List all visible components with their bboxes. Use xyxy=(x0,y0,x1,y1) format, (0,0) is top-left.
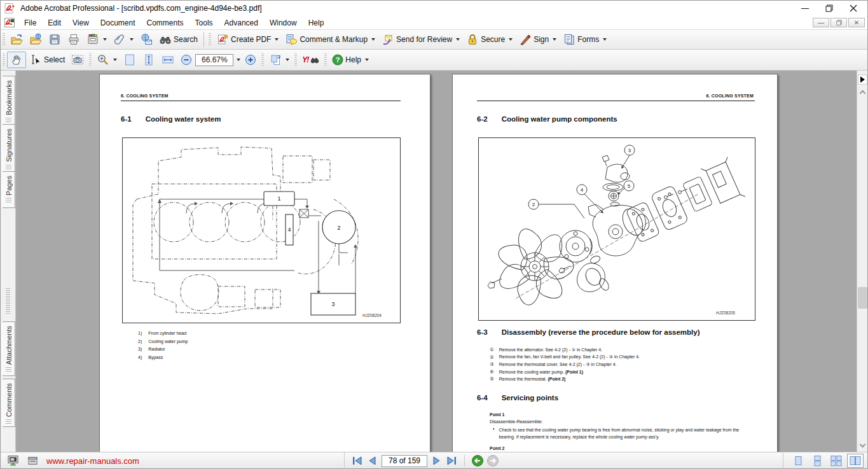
window-preview-icon[interactable] xyxy=(27,456,39,466)
menu-view[interactable]: View xyxy=(67,17,95,29)
document-canvas[interactable]: 6. COOLING SYSTEM 6-1 Cooling water syst… xyxy=(16,71,857,452)
first-page-button[interactable] xyxy=(351,455,364,466)
doc-minimize-button[interactable]: — xyxy=(813,18,829,27)
toolbar-grip[interactable] xyxy=(89,53,92,66)
menu-help[interactable]: Help xyxy=(303,17,330,29)
select-tool-button[interactable]: Select xyxy=(26,52,68,68)
hand-tool-button[interactable] xyxy=(7,52,26,68)
tab-comments-label: Comments xyxy=(5,383,13,417)
zoom-in-button[interactable] xyxy=(242,52,259,67)
open-web-button[interactable] xyxy=(26,31,45,48)
step-num: ⑤ xyxy=(490,376,494,382)
page-display-icon xyxy=(269,53,282,66)
last-page-button[interactable] xyxy=(445,455,458,466)
bullet-marker: • xyxy=(493,426,494,440)
menu-file[interactable]: File xyxy=(18,17,42,29)
zoom-out-button[interactable] xyxy=(177,52,195,67)
email-button[interactable] xyxy=(137,31,156,48)
tab-signatures-label: Signatures xyxy=(5,129,13,162)
secure-button[interactable]: Secure xyxy=(463,31,516,48)
legend-text: Radiator xyxy=(148,347,165,351)
zoom-tool-button[interactable] xyxy=(93,52,120,68)
tab-grip xyxy=(6,198,11,204)
panel-splitter-handle[interactable] xyxy=(6,288,10,315)
fit-height-button[interactable] xyxy=(139,52,158,68)
toolbar-grip[interactable] xyxy=(209,33,211,46)
attach-button[interactable] xyxy=(110,31,137,48)
send-for-review-button[interactable]: Send for Review xyxy=(378,31,463,48)
vertical-scrollbar[interactable] xyxy=(857,71,867,452)
repair-manuals-link[interactable]: www.repair-manuals.com xyxy=(46,456,139,466)
doc-restore-button[interactable] xyxy=(830,18,847,27)
scroll-up-icon[interactable] xyxy=(859,90,865,97)
forms-button[interactable]: Forms xyxy=(560,31,610,48)
window-close-button[interactable] xyxy=(848,3,858,13)
toolbar-grip[interactable] xyxy=(294,53,297,66)
help-icon: ? xyxy=(332,54,343,66)
zoom-level-input[interactable]: 66.67% xyxy=(195,54,233,66)
next-page-button[interactable] xyxy=(430,455,443,466)
layout-continuous-facing-button[interactable] xyxy=(828,454,844,468)
section-title: Servicing points xyxy=(502,394,558,402)
monitor-icon[interactable] xyxy=(7,455,20,466)
tab-grip xyxy=(6,118,11,123)
previous-page-button[interactable] xyxy=(366,455,379,466)
tab-signatures[interactable]: Signatures xyxy=(2,124,15,172)
plus-circle-icon xyxy=(245,54,256,66)
create-pdf-button[interactable]: Create PDF xyxy=(213,31,282,48)
previous-view-button[interactable] xyxy=(471,454,484,467)
print-button[interactable] xyxy=(64,31,83,48)
tab-pages[interactable]: Pages xyxy=(2,171,15,208)
restore-icon xyxy=(836,20,842,25)
yim-logo: Y! xyxy=(302,55,308,64)
minus-circle-icon xyxy=(181,54,192,66)
page-number-input[interactable] xyxy=(382,455,427,467)
menubar: File Edit View Document Comments Tools A… xyxy=(1,16,867,30)
sign-button[interactable]: Sign xyxy=(516,31,560,48)
section-number: 6-2 xyxy=(477,115,488,123)
show-panel-button[interactable] xyxy=(858,74,867,85)
organizer-button[interactable] xyxy=(83,31,110,48)
layout-facing-button[interactable] xyxy=(847,454,864,468)
fit-page-button[interactable] xyxy=(120,52,139,68)
menu-advanced[interactable]: Advanced xyxy=(219,17,264,29)
tab-bookmarks[interactable]: Bookmarks xyxy=(2,76,15,125)
legend-item: 3)Radiator xyxy=(138,346,188,354)
bullet-text: Check to see that the cooling water pump… xyxy=(499,426,749,440)
toolbar-grip[interactable] xyxy=(3,53,5,66)
next-view-button[interactable] xyxy=(486,454,499,467)
window-restore-button[interactable] xyxy=(824,3,834,13)
dropdown-caret-icon xyxy=(130,38,134,41)
snapshot-button[interactable] xyxy=(68,52,87,68)
legend-num: 1) xyxy=(138,331,142,335)
toolbar-grip[interactable] xyxy=(3,33,5,46)
zoom-level-dropdown[interactable] xyxy=(233,54,242,66)
menu-window[interactable]: Window xyxy=(264,17,303,29)
layout-single-page-button[interactable] xyxy=(790,454,806,468)
menu-tools[interactable]: Tools xyxy=(189,17,219,29)
menu-edit[interactable]: Edit xyxy=(42,17,67,29)
comment-markup-button[interactable]: Comment & Markup xyxy=(282,31,378,48)
layout-continuous-button[interactable] xyxy=(809,454,825,468)
fit-width-icon xyxy=(162,53,174,66)
open-button[interactable] xyxy=(7,31,26,48)
tab-comments[interactable]: Comments xyxy=(2,379,15,427)
triangle-right-icon xyxy=(860,76,865,83)
search-button[interactable]: Search xyxy=(156,31,201,48)
tab-attachments[interactable]: Attachments xyxy=(2,321,15,376)
scroll-down-icon[interactable] xyxy=(860,442,866,448)
send-for-review-label: Send for Review xyxy=(396,35,452,44)
window-minimize-button[interactable]: — xyxy=(800,3,810,13)
step-num: ① xyxy=(490,347,494,353)
help-button[interactable]: ? Help xyxy=(329,52,372,67)
page-display-button[interactable] xyxy=(266,52,293,68)
save-button[interactable] xyxy=(45,31,64,48)
menu-comments[interactable]: Comments xyxy=(141,17,189,29)
toolbar-grip[interactable] xyxy=(324,53,327,66)
doc-close-button[interactable]: ✕ xyxy=(848,18,865,27)
scrollbar-thumb[interactable] xyxy=(858,287,867,309)
menu-document[interactable]: Document xyxy=(95,17,141,29)
fit-width-button[interactable] xyxy=(158,52,177,68)
yim-search-button[interactable]: Y! xyxy=(299,53,322,66)
toolbar-grip[interactable] xyxy=(261,53,264,66)
